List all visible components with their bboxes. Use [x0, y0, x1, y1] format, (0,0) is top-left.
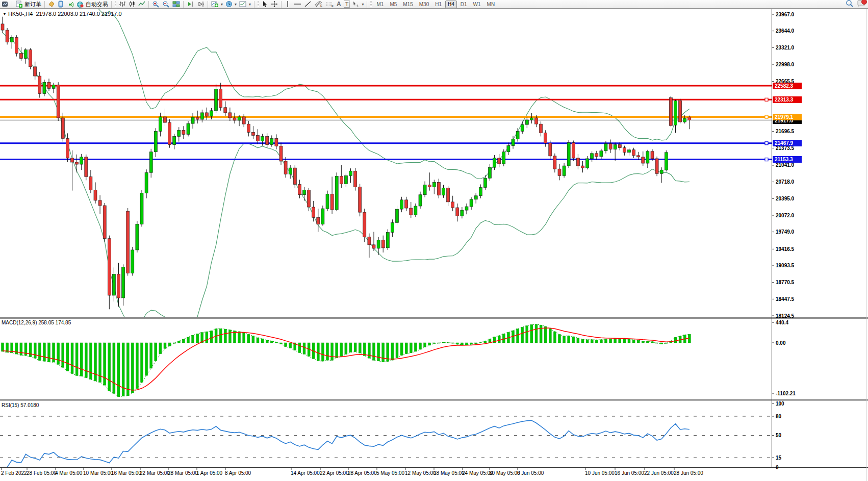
mobile-app-icon[interactable] — [57, 1, 65, 8]
svg-text:18 May 05:00: 18 May 05:00 — [433, 470, 465, 476]
timeframe-group: M1M5M15M30H1H4D1W1MN — [373, 1, 498, 8]
svg-text:18124.5: 18124.5 — [776, 313, 795, 319]
timeframe-W1[interactable]: W1 — [471, 1, 483, 8]
svg-text:20718.0: 20718.0 — [776, 179, 795, 185]
svg-text:19749.0: 19749.0 — [776, 229, 795, 235]
indicators-add-icon — [211, 1, 219, 8]
svg-text:20395.0: 20395.0 — [776, 196, 795, 201]
svg-text:50: 50 — [776, 433, 782, 438]
svg-text:19093.5: 19093.5 — [776, 263, 795, 268]
zoom-in-icon[interactable] — [151, 1, 161, 8]
vertical-line-tool-icon[interactable] — [284, 1, 292, 8]
svg-text:8 Apr 05:00: 8 Apr 05:00 — [225, 470, 251, 476]
chevron-down-icon: ▾ — [249, 2, 251, 7]
price-axis[interactable]: 23967.023644.023321.022998.022665.521696… — [772, 12, 796, 470]
candlestick-chart-icon[interactable] — [127, 1, 137, 8]
svg-text:100: 100 — [776, 401, 784, 407]
hline-handle[interactable] — [765, 98, 768, 101]
timeframe-D1[interactable]: D1 — [458, 1, 470, 8]
svg-text:16 Jun 05:00: 16 Jun 05:00 — [615, 470, 644, 476]
svg-text:21373.5: 21373.5 — [776, 145, 795, 151]
hline-handle[interactable] — [765, 142, 768, 145]
crosshair-icon[interactable] — [270, 1, 279, 8]
trendline-tool-icon[interactable] — [303, 1, 313, 8]
timeframe-M5[interactable]: M5 — [387, 1, 399, 8]
svg-text:22 Mar 05:00: 22 Mar 05:00 — [140, 470, 170, 476]
toolbar-separator — [281, 1, 282, 8]
main-panel[interactable] — [0, 0, 772, 328]
line-chart-icon[interactable] — [137, 1, 146, 8]
hline-handle[interactable] — [765, 158, 768, 161]
bar-chart-icon[interactable] — [118, 1, 127, 8]
toolbar-separator — [111, 1, 112, 8]
timeframe-H4[interactable]: H4 — [445, 1, 457, 8]
timeframe-M15[interactable]: M15 — [400, 1, 415, 8]
svg-text:22 Jun 05:00: 22 Jun 05:00 — [644, 470, 674, 476]
cursor-icon[interactable] — [261, 1, 269, 8]
rsi-line — [3, 420, 690, 467]
timeframe-MN[interactable]: MN — [484, 1, 498, 8]
timeframe-M30[interactable]: M30 — [417, 1, 431, 8]
indicators-add-button[interactable]: ▾ — [210, 1, 224, 8]
toolbar-separator — [148, 1, 149, 8]
chart-shift-icon[interactable] — [196, 1, 206, 8]
svg-text:23967.0: 23967.0 — [776, 12, 795, 17]
bollinger-upper-band — [3, 0, 690, 179]
svg-text:24 May 05:00: 24 May 05:00 — [462, 470, 493, 476]
text-tool-button[interactable]: A — [336, 1, 342, 8]
chart-canvas[interactable]: 23967.023644.023321.022998.022665.521696… — [0, 0, 868, 481]
svg-text:12 May 05:00: 12 May 05:00 — [405, 470, 436, 476]
tile-windows-icon[interactable] — [171, 1, 181, 8]
chat-notification-icon[interactable] — [857, 0, 866, 9]
svg-text:22998.0: 22998.0 — [776, 62, 795, 67]
svg-text:16 Mar 05:00: 16 Mar 05:00 — [111, 470, 141, 476]
main-toolbar: 新订单 自动交易 — [0, 0, 868, 9]
autotrading-label: 自动交易 — [86, 1, 108, 8]
svg-text:10 Jun 05:00: 10 Jun 05:00 — [585, 470, 615, 476]
periods-button[interactable]: ▾ — [224, 1, 238, 8]
channel-tool-icon[interactable]: F — [324, 1, 335, 8]
svg-text:2 Feb 2022: 2 Feb 2022 — [1, 470, 27, 476]
auto-scroll-icon[interactable] — [186, 1, 195, 8]
toolbar-drag-handle[interactable] — [258, 1, 259, 7]
search-icon[interactable] — [846, 0, 853, 9]
toolbar-right-icons — [846, 0, 866, 9]
hline-handle[interactable] — [765, 115, 768, 118]
svg-text:440.4: 440.4 — [776, 320, 788, 325]
svg-text:22 Apr 05:00: 22 Apr 05:00 — [320, 470, 349, 476]
autotrading-button[interactable]: 自动交易 — [75, 1, 109, 8]
svg-text:0: 0 — [776, 465, 779, 470]
svg-text:15: 15 — [776, 455, 782, 461]
news-signal-icon[interactable] — [66, 1, 75, 8]
promo-icon[interactable] — [47, 1, 56, 8]
toolbar-drag-handle[interactable] — [370, 1, 372, 7]
time-axis[interactable]: 2 Feb 202228 Feb 05:004 Mar 05:0010 Mar … — [1, 468, 703, 476]
svg-text:-1102.21: -1102.21 — [776, 391, 796, 396]
autotrading-icon — [76, 1, 84, 8]
svg-text:23644.0: 23644.0 — [776, 28, 795, 34]
arrows-tool-button[interactable]: ▾ — [351, 1, 365, 8]
toolbar-drag-handle[interactable] — [115, 1, 116, 7]
toolbar-separator — [367, 1, 367, 8]
fibonacci-tool-icon[interactable]: E — [313, 1, 324, 8]
horizontal-line-tool-icon[interactable] — [292, 1, 302, 8]
timeframe-M1[interactable]: M1 — [374, 1, 386, 8]
svg-text:6 Jun 05:00: 6 Jun 05:00 — [517, 470, 544, 476]
text-label-tool-button[interactable]: T — [343, 1, 351, 8]
svg-text:4 Mar 05:00: 4 Mar 05:00 — [55, 470, 83, 476]
rsi-panel[interactable] — [0, 416, 772, 467]
svg-text:28 Apr 05:00: 28 Apr 05:00 — [348, 470, 377, 476]
chart-menu-icon[interactable] — [1, 1, 10, 8]
zoom-out-icon[interactable] — [161, 1, 171, 8]
textbox-tool-label: T — [344, 1, 350, 8]
new-order-button[interactable]: 新订单 — [14, 1, 42, 8]
svg-text:19416.5: 19416.5 — [776, 246, 795, 252]
svg-text:F: F — [331, 5, 334, 8]
macd-panel[interactable] — [2, 324, 691, 397]
templates-button[interactable]: ▾ — [238, 1, 252, 8]
svg-text:18770.5: 18770.5 — [776, 280, 795, 285]
svg-text:23321.0: 23321.0 — [776, 45, 795, 50]
chevron-down-icon: ▾ — [221, 2, 223, 7]
timeframe-H1[interactable]: H1 — [432, 1, 444, 8]
toolbar-separator — [12, 1, 12, 8]
